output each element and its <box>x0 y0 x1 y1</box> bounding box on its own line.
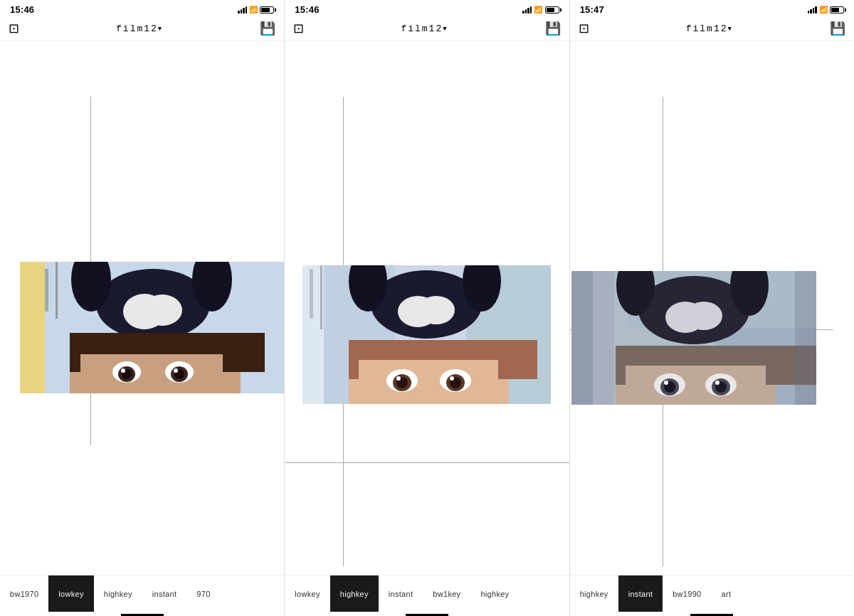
filter-tab-highkey-1[interactable]: highkey <box>94 575 142 612</box>
phone-panel-1: 15:46 📶 ⊡ film12▼ 💾 <box>0 0 285 616</box>
toolbar-title-3[interactable]: film12▼ <box>686 23 733 34</box>
status-icons-2: 📶 <box>522 6 559 14</box>
svg-point-68 <box>664 381 668 385</box>
photo-svg-1 <box>20 262 284 393</box>
svg-rect-36 <box>349 340 359 379</box>
svg-point-44 <box>396 376 401 381</box>
camera-icon-1[interactable]: ⊡ <box>9 21 19 36</box>
photo-3 <box>571 271 816 405</box>
camera-icon-3[interactable]: ⊡ <box>579 21 589 36</box>
toolbar-title-2[interactable]: film12▼ <box>401 23 448 34</box>
camera-icon-2[interactable]: ⊡ <box>293 21 304 36</box>
filter-tab-lowkey[interactable]: lowkey <box>48 575 93 612</box>
wifi-icon-1: 📶 <box>249 6 258 14</box>
status-bar-3: 15:47 📶 <box>570 0 854 18</box>
filter-tab-970[interactable]: 970 <box>186 575 220 612</box>
save-icon-1[interactable]: 💾 <box>260 21 275 36</box>
filter-tab-instant-2[interactable]: instant <box>379 575 423 612</box>
phone-panel-2: 15:46 📶 ⊡ film12▼ 💾 <box>285 0 569 616</box>
svg-rect-24 <box>310 269 313 319</box>
time-1: 15:46 <box>10 4 34 15</box>
photo-1 <box>20 262 284 393</box>
phones-container: 15:46 📶 ⊡ film12▼ 💾 <box>0 0 854 616</box>
wifi-icon-2: 📶 <box>534 6 542 14</box>
photo-svg-2 <box>302 265 551 404</box>
svg-rect-70 <box>571 271 593 405</box>
signal-icon-1 <box>238 6 247 14</box>
battery-icon-3 <box>830 6 844 14</box>
time-2: 15:46 <box>295 4 319 15</box>
photo-svg-3 <box>571 271 816 405</box>
signal-icon-2 <box>522 6 532 14</box>
svg-point-33 <box>418 296 455 324</box>
phone-panel-3: 15:47 📶 ⊡ film12▼ 💾 <box>570 0 854 616</box>
save-icon-2[interactable]: 💾 <box>545 21 561 36</box>
svg-rect-1 <box>20 262 45 393</box>
svg-rect-59 <box>616 346 776 366</box>
svg-point-9 <box>142 294 182 326</box>
svg-rect-4 <box>56 262 58 319</box>
filter-tab-highkey-2b[interactable]: highkey <box>470 575 519 612</box>
filter-tab-instant-1[interactable]: instant <box>142 575 187 612</box>
save-icon-3[interactable]: 💾 <box>830 21 845 36</box>
svg-point-69 <box>715 381 719 385</box>
filter-tab-highkey-3[interactable]: highkey <box>570 575 618 612</box>
battery-icon-2 <box>545 6 559 14</box>
svg-rect-3 <box>45 269 48 312</box>
svg-rect-60 <box>616 346 626 385</box>
svg-point-21 <box>174 368 178 373</box>
status-bar-2: 15:46 📶 <box>285 0 569 18</box>
filter-tab-instant-3[interactable]: instant <box>618 575 663 612</box>
svg-rect-25 <box>320 265 322 329</box>
filter-tab-bw1key[interactable]: bw1key <box>423 575 470 612</box>
status-icons-1: 📶 <box>238 6 274 14</box>
status-bar-1: 15:46 📶 <box>0 0 284 18</box>
svg-point-57 <box>685 302 722 330</box>
app-toolbar-2: ⊡ film12▼ 💾 <box>285 18 569 41</box>
filter-tab-highkey-2[interactable]: highkey <box>330 575 379 612</box>
filter-tab-bw1990[interactable]: bw1990 <box>663 575 711 612</box>
wifi-icon-3: 📶 <box>819 6 828 14</box>
svg-rect-11 <box>70 333 241 354</box>
svg-rect-13 <box>223 333 265 372</box>
signal-icon-3 <box>808 6 817 14</box>
app-toolbar-3: ⊡ film12▼ 💾 <box>570 18 854 41</box>
time-3: 15:47 <box>580 4 604 15</box>
photo-area-3 <box>570 41 854 575</box>
status-icons-3: 📶 <box>808 6 844 14</box>
filter-tabs-3: highkey instant bw1990 art <box>570 575 854 612</box>
photo-area-1 <box>0 41 284 575</box>
svg-point-20 <box>121 368 125 373</box>
photo-area-2 <box>285 41 569 575</box>
battery-icon-1 <box>260 6 274 14</box>
svg-rect-37 <box>498 340 537 379</box>
filter-tab-art[interactable]: art <box>712 575 742 612</box>
crosshair-h-2 <box>285 462 569 463</box>
app-toolbar-1: ⊡ film12▼ 💾 <box>0 18 284 41</box>
filter-tab-lowkey-2[interactable]: lowkey <box>285 575 330 612</box>
toolbar-title-1[interactable]: film12▼ <box>116 23 163 34</box>
svg-point-45 <box>450 376 454 381</box>
filter-tab-bw1970[interactable]: bw1970 <box>0 575 48 612</box>
filter-tabs-2: lowkey highkey instant bw1key highkey <box>285 575 569 612</box>
filter-tabs-1: bw1970 lowkey highkey instant 970 <box>0 575 284 612</box>
photo-2 <box>302 265 551 404</box>
svg-rect-12 <box>70 333 80 372</box>
svg-rect-35 <box>349 340 509 360</box>
svg-rect-71 <box>795 271 816 405</box>
